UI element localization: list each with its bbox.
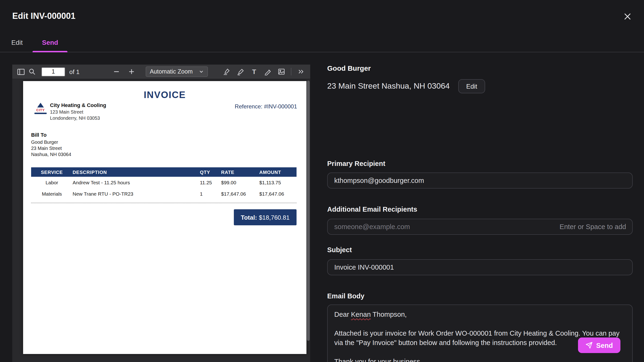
- signature-tool-button[interactable]: [221, 66, 232, 77]
- cell-description: Andrew Test - 11.25 hours: [72, 177, 200, 188]
- paper-plane-icon: [585, 342, 592, 349]
- tab-send-label: Send: [42, 39, 58, 46]
- pdf-viewer: of 1 Automatic Zoom T: [12, 64, 310, 362]
- subject-label: Subject: [327, 246, 352, 254]
- logo-bar: [34, 113, 47, 114]
- dotted-divider: [31, 203, 296, 203]
- pencil-icon: [264, 68, 272, 76]
- recipient-address: 23 Main Street Nashua, NH 03064: [327, 82, 450, 91]
- free-text-icon: T: [252, 68, 256, 75]
- image-tool-button[interactable]: [276, 66, 287, 77]
- more-tools-button[interactable]: [295, 66, 306, 77]
- primary-recipient-label: Primary Recipient: [327, 160, 386, 167]
- table-row: Materials New Trane RTU - PO-TR23 1 $17,…: [31, 188, 296, 200]
- zoom-level-value: Automatic Zoom: [150, 68, 199, 75]
- bill-to-label: Bill To: [31, 132, 71, 138]
- zoom-level-select[interactable]: Automatic Zoom: [146, 66, 208, 77]
- cell-amount: $17,647.06: [259, 188, 296, 200]
- company-logo: CITY: [34, 103, 47, 118]
- table-row: Labor Andrew Test - 11.25 hours 11.25 $9…: [31, 177, 296, 188]
- email-closing-line1: Thank you for your business,: [334, 357, 626, 362]
- email-body-label: Email Body: [327, 292, 364, 300]
- total-value: $18,760.81: [259, 214, 290, 221]
- recipient-business-name: Good Burger: [327, 64, 371, 72]
- scrollbar-thumb[interactable]: [307, 80, 310, 341]
- email-body-textarea[interactable]: Dear Kenan Thompson, Attached is your in…: [327, 304, 633, 362]
- search-icon: [28, 68, 36, 76]
- page-count-label: of 1: [69, 68, 80, 75]
- pdf-canvas-area: INVOICE CITY City Heating & Cooling 123 …: [12, 79, 310, 362]
- edit-address-button[interactable]: Edit: [458, 79, 485, 93]
- highlighter-icon: [237, 68, 244, 76]
- zoom-out-button[interactable]: [110, 66, 122, 77]
- invoice-document-page: INVOICE CITY City Heating & Cooling 123 …: [23, 81, 306, 354]
- page-title: Edit INV-000001: [12, 11, 76, 21]
- logo-text: CITY: [34, 108, 47, 112]
- cell-description: New Trane RTU - PO-TR23: [72, 188, 200, 200]
- invoice-total-badge: Total: $18,760.81: [234, 209, 296, 225]
- zoom-out-icon: [113, 68, 120, 75]
- close-button[interactable]: [622, 11, 633, 22]
- sidebar-toggle-button[interactable]: [15, 66, 26, 77]
- cell-service: Materials: [31, 188, 72, 200]
- cell-service: Labor: [31, 177, 72, 188]
- additional-recipients-field: Enter or Space to add: [327, 219, 633, 235]
- chevron-down-icon: [199, 69, 204, 74]
- close-icon: [624, 13, 631, 20]
- highlighter-tool-button[interactable]: [235, 66, 246, 77]
- invoice-title: INVOICE: [23, 90, 306, 100]
- modal-header: Edit INV-000001: [0, 0, 644, 33]
- zoom-in-button[interactable]: [126, 66, 137, 77]
- primary-recipient-input[interactable]: [327, 172, 633, 188]
- cell-qty: 11.25: [200, 177, 221, 188]
- bill-to-address1: 23 Main Street: [31, 145, 71, 151]
- recipient-address-row: 23 Main Street Nashua, NH 03064 Edit: [327, 79, 485, 93]
- tab-edit-label: Edit: [11, 39, 23, 46]
- logo-flame-shape: [37, 103, 44, 108]
- subject-input[interactable]: [327, 259, 633, 275]
- cell-rate: $99.00: [221, 177, 259, 188]
- cell-amount: $1,113.75: [259, 177, 296, 188]
- invoice-line-items-table: SERVICE DESCRIPTION QTY RATE AMOUNT Labo…: [31, 167, 296, 200]
- annotation-toolbar: T: [221, 66, 308, 77]
- bill-to-name: Good Burger: [31, 139, 71, 145]
- tab-bar: Edit Send: [0, 33, 644, 52]
- tab-send[interactable]: Send: [32, 33, 68, 52]
- free-text-tool-button[interactable]: T: [248, 66, 260, 77]
- col-service: SERVICE: [31, 167, 72, 177]
- tab-edit[interactable]: Edit: [10, 33, 24, 52]
- additional-recipients-label: Additional Email Recipients: [327, 206, 417, 213]
- cell-rate: $17,647.06: [221, 188, 259, 200]
- pdf-scrollbar[interactable]: [307, 80, 310, 360]
- send-invoice-panel: Good Burger 23 Main Street Nashua, NH 03…: [327, 56, 633, 362]
- invoice-company-address1: 123 Main Street: [50, 109, 106, 115]
- image-icon: [278, 68, 285, 76]
- misspelled-word: Kenan: [351, 310, 371, 318]
- invoice-reference: Reference: #INV-000001: [235, 103, 297, 110]
- send-button-label: Send: [596, 342, 613, 349]
- edit-invoice-modal: Edit INV-000001 Edit Send of 1: [0, 0, 644, 362]
- cell-qty: 1: [200, 188, 221, 200]
- col-amount: AMOUNT: [259, 167, 296, 177]
- sidebar-toggle-icon: [17, 68, 25, 76]
- additional-recipients-input[interactable]: [327, 219, 633, 235]
- page-number-input[interactable]: [42, 67, 65, 76]
- col-qty: QTY: [200, 167, 221, 177]
- draw-tool-button[interactable]: [262, 66, 274, 77]
- col-rate: RATE: [221, 167, 259, 177]
- email-greeting: Dear Kenan Thompson,: [334, 310, 626, 319]
- send-button[interactable]: Send: [578, 338, 620, 353]
- invoice-company-name: City Heating & Cooling: [50, 102, 106, 109]
- total-label: Total:: [241, 214, 257, 221]
- table-header-row: SERVICE DESCRIPTION QTY RATE AMOUNT: [31, 167, 296, 177]
- invoice-company-block: City Heating & Cooling 123 Main Street L…: [50, 102, 106, 121]
- double-chevron-icon: [298, 68, 304, 75]
- col-description: DESCRIPTION: [72, 167, 200, 177]
- bill-to-address2: Nashua, NH 03064: [31, 151, 71, 158]
- invoice-bill-to-block: Bill To Good Burger 23 Main Street Nashu…: [31, 132, 71, 158]
- signature-icon: [223, 68, 230, 76]
- toolbar-divider: [291, 68, 291, 76]
- pdf-toolbar: of 1 Automatic Zoom T: [12, 64, 310, 79]
- search-button[interactable]: [26, 66, 38, 77]
- blank-line: [334, 319, 626, 328]
